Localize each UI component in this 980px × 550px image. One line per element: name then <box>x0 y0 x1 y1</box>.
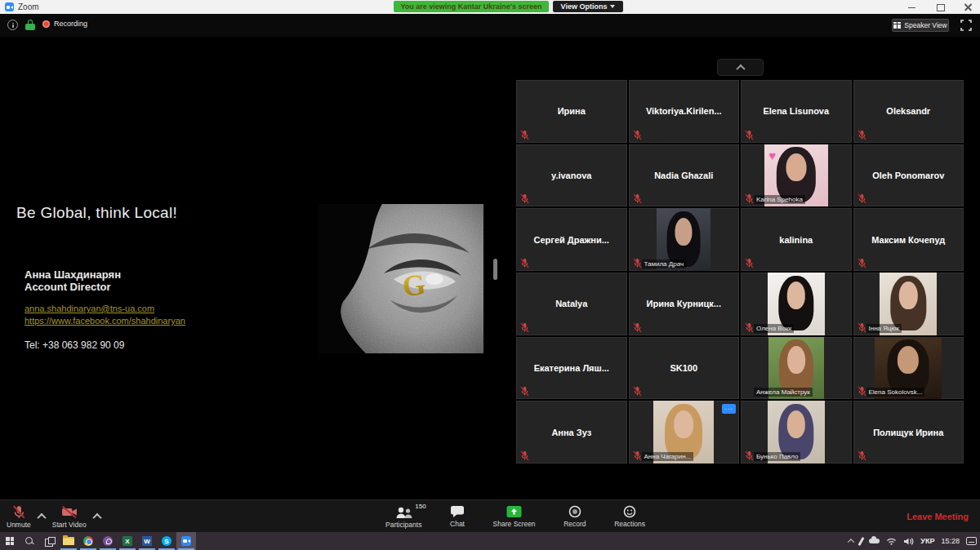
muted-mic-icon <box>633 257 642 268</box>
presenter-phone: Tel: +38 063 982 90 09 <box>24 339 124 351</box>
participants-button[interactable]: 150 Participants <box>385 500 421 533</box>
muted-mic-icon <box>745 193 754 203</box>
chat-button[interactable]: Chat <box>450 500 465 533</box>
taskbar-search-button[interactable] <box>20 532 39 550</box>
participants-icon <box>394 507 413 519</box>
maximize-button[interactable] <box>934 2 946 13</box>
presenter-name: Анна Шахдинарян <box>24 268 121 281</box>
folder-icon <box>63 537 74 545</box>
participant-tile[interactable]: ♥ Полищук Ирина ··· <box>853 401 964 464</box>
word-button[interactable]: W <box>137 532 157 550</box>
participant-tile[interactable]: ♥ Інна Яцюк ··· <box>853 273 964 335</box>
skype-button[interactable]: S <box>157 532 176 550</box>
share-screen-button[interactable]: Share Screen <box>493 500 536 533</box>
window-controls <box>906 0 973 14</box>
chat-icon <box>450 505 465 518</box>
participant-tile[interactable]: ♥ Сергей Дражни... ··· <box>516 208 627 271</box>
participant-tile[interactable]: ♥ Elena Lisunova ··· <box>741 80 852 143</box>
more-options-badge[interactable]: ··· <box>722 404 736 414</box>
touch-keyboard-icon[interactable] <box>966 537 977 545</box>
viber-button[interactable] <box>98 532 118 550</box>
language-indicator[interactable]: УКР <box>920 537 934 545</box>
video-options-chevron[interactable] <box>92 513 101 522</box>
task-view-button[interactable] <box>39 532 59 550</box>
participant-tile[interactable]: ♥ y.ivanova ··· <box>516 144 627 207</box>
volume-icon[interactable] <box>903 537 914 546</box>
unmute-button[interactable]: Unmute <box>7 500 31 533</box>
video-panel-drag-handle[interactable] <box>493 259 497 280</box>
audio-options-chevron[interactable] <box>37 513 46 522</box>
mic-muted-icon <box>12 505 25 519</box>
chrome-button[interactable] <box>78 532 98 550</box>
participant-name: Тамила Драч <box>642 259 687 268</box>
participant-tile[interactable]: ♥ Анжела Майструк ··· <box>741 337 852 400</box>
leave-meeting-button[interactable]: Leave Meeting <box>906 500 969 533</box>
word-icon: W <box>142 536 152 546</box>
clock[interactable]: 15:28 <box>941 537 960 545</box>
participant-tile[interactable]: ♥ Nadia Ghazali ··· <box>629 144 740 207</box>
participant-tile[interactable]: ♥ Тамила Драч ··· <box>629 208 740 271</box>
participant-tile[interactable]: ♥ Олена Вокк ··· <box>741 273 852 335</box>
participant-tile[interactable]: ♥ Бунько Павло ··· <box>741 401 852 464</box>
fullscreen-button[interactable] <box>960 20 972 31</box>
participant-name: Сергей Дражни... <box>516 208 627 271</box>
collapse-video-panel-button[interactable] <box>717 59 764 76</box>
screen-share-banner: You are viewing Kantar Ukraine's screen <box>394 1 549 12</box>
participant-name: Полищук Ирина <box>853 401 964 464</box>
participant-name: kalinina <box>741 208 852 271</box>
participant-name: Karina Spehoka <box>754 195 805 204</box>
participant-tile[interactable]: ♥ Екатерина Ляш... ··· <box>516 337 627 400</box>
reactions-button[interactable]: Reactions <box>614 500 645 533</box>
file-explorer-button[interactable] <box>59 532 78 550</box>
participant-name: Nadia Ghazali <box>629 144 740 207</box>
speaker-view-button[interactable]: Speaker View <box>892 19 949 32</box>
svg-text:G: G <box>400 268 427 304</box>
participant-name: Elena Lisunova <box>741 80 852 143</box>
participant-tile[interactable]: ♥ kalinina ··· <box>741 208 852 271</box>
heart-icon: ♥ <box>768 149 776 162</box>
participant-tile[interactable]: ♥ Максим Кочепуд ··· <box>853 208 964 271</box>
window-title: Zoom <box>18 2 39 11</box>
task-view-icon <box>45 537 54 545</box>
participant-tile[interactable]: ♥ SK100 ··· <box>629 337 740 400</box>
participant-tile[interactable]: ♥ Karina Spehoka ··· <box>741 144 852 207</box>
participant-tile[interactable]: ♥ Oleksandr ··· <box>853 80 964 143</box>
start-button[interactable] <box>0 532 20 550</box>
meeting-info-icon[interactable] <box>7 20 18 30</box>
fullscreen-icon <box>960 20 972 31</box>
recording-dot-icon <box>42 20 50 28</box>
view-options-button[interactable]: View Options <box>553 1 623 12</box>
minimize-button[interactable] <box>906 2 918 13</box>
muted-mic-icon <box>858 385 866 396</box>
system-tray: УКР 15:28 <box>849 532 977 550</box>
participant-name: y.ivanova <box>516 144 627 207</box>
network-icon[interactable] <box>886 537 897 545</box>
participant-tile[interactable]: ♥ Elena Sokolovsk... ··· <box>853 337 964 400</box>
close-button[interactable] <box>962 2 973 13</box>
participants-count-badge: 150 <box>415 503 425 510</box>
participant-tile[interactable]: ♥ Анна Чагарин... ··· <box>629 401 740 464</box>
record-button[interactable]: Record <box>564 500 586 533</box>
participant-tile[interactable]: ♥ Oleh Ponomarov ··· <box>853 144 964 207</box>
cloud-icon[interactable] <box>869 539 880 543</box>
participant-tile[interactable]: ♥ Анна Зуз ··· <box>516 401 627 464</box>
start-video-button[interactable]: Start Video <box>52 500 87 533</box>
participant-tile[interactable]: ♥ Natalya ··· <box>516 273 627 335</box>
zoom-taskbar-button[interactable] <box>176 532 196 550</box>
encryption-lock-icon <box>25 20 35 30</box>
meeting-header: Recording Speaker View <box>0 14 980 37</box>
participant-name: Ирина Курницк... <box>629 273 740 335</box>
presenter-facebook-link[interactable]: https://www.facebook.com/shahdinaryan <box>24 316 185 326</box>
shared-screen-area: Be Global, think Local! Анна Шахдинарян … <box>0 37 980 499</box>
participant-name: Ирина <box>516 80 627 143</box>
participant-tile[interactable]: ♥ Viktoriya.Kirilen... ··· <box>629 80 740 143</box>
participant-name: Максим Кочепуд <box>853 208 964 271</box>
participant-tile[interactable]: ♥ Ирина ··· <box>516 80 627 143</box>
chevron-up-icon <box>736 64 745 73</box>
presenter-email-link[interactable]: anna.shahdinaryan@tns-ua.com <box>24 304 154 313</box>
recording-indicator: Recording <box>42 20 87 28</box>
participant-tile[interactable]: ♥ Ирина Курницк... ··· <box>629 273 740 335</box>
excel-button[interactable]: X <box>118 532 137 550</box>
pen-icon[interactable] <box>858 536 865 545</box>
hidden-icons-chevron[interactable] <box>848 539 854 545</box>
